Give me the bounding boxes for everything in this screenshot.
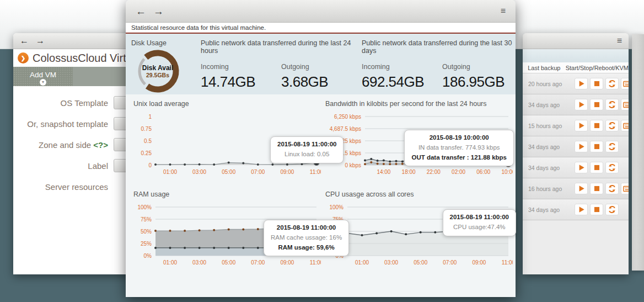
tooltip-line: OUT data transfer : 121.88 kbps [411, 153, 507, 163]
svg-text:0.5: 0.5 [144, 138, 152, 144]
reboot-button[interactable] [605, 162, 619, 173]
reboot-icon [608, 185, 616, 192]
table-row: 34 days ago [523, 94, 629, 115]
play-button[interactable] [575, 204, 588, 215]
back-icon[interactable]: ← [20, 36, 29, 45]
stop-button[interactable] [590, 204, 603, 215]
vm-list-window: ≡ Last backup Start/Stop/Reboot/KVM 20 h… [523, 33, 629, 274]
unix_load-tooltip: 2015-08-19 11:00:00Linux load: 0.05 [270, 136, 344, 163]
svg-text:01:00: 01:00 [163, 259, 177, 266]
last-backup-cell: 20 hours ago [523, 81, 575, 87]
incoming-30d-block: Incoming 692.54GB [362, 63, 442, 91]
forward-icon[interactable]: → [36, 36, 45, 45]
play-button[interactable] [575, 99, 588, 110]
chart-title: Bandwidth in kilobits per second for the… [325, 100, 514, 108]
incoming-30d-value: 692.54GB [362, 73, 442, 91]
menu-icon[interactable]: ≡ [617, 36, 622, 45]
stop-button[interactable] [590, 183, 603, 194]
kvm-button[interactable] [621, 183, 629, 194]
kvm-icon [623, 123, 629, 129]
svg-text:0 kbps: 0 kbps [345, 162, 361, 168]
tooltip-line: Linux load: 0.05 [277, 150, 336, 160]
svg-text:06:00: 06:00 [476, 169, 490, 175]
svg-text:11:00: 11:00 [502, 259, 513, 266]
svg-text:0.25: 0.25 [141, 150, 152, 156]
play-button[interactable] [575, 120, 588, 131]
svg-text:03:00: 03:00 [384, 259, 398, 266]
svg-text:03:00: 03:00 [192, 169, 206, 175]
stats-strip: Disk Usage Disk Avail 29.5GBs Public net… [126, 34, 516, 94]
add-vm-tab[interactable]: Add VM ▾ [13, 67, 73, 86]
reboot-button[interactable] [605, 120, 619, 131]
disk-donut-chart: Disk Avail 29.5GBs [135, 48, 181, 94]
svg-text:50%: 50% [141, 229, 152, 235]
svg-text:0%: 0% [144, 253, 152, 259]
reboot-button[interactable] [605, 78, 619, 89]
stop-button[interactable] [590, 141, 603, 152]
incoming-24h-block: Incoming 14.74GB [201, 63, 281, 91]
play-button[interactable] [575, 78, 588, 89]
stop-button[interactable] [590, 162, 603, 173]
svg-text:18:00: 18:00 [402, 169, 416, 175]
tooltip-line: 2015-08-19 10:00:00 [411, 133, 507, 143]
stop-button[interactable] [590, 99, 603, 110]
reboot-button[interactable] [605, 141, 619, 152]
vm-actions [575, 162, 619, 173]
net-30d-title: Public network data transferred during t… [362, 39, 523, 55]
stop-icon [593, 143, 600, 150]
vm-actions [575, 99, 629, 110]
play-button[interactable] [575, 183, 588, 194]
kvm-icon [623, 186, 629, 192]
stop-icon [593, 164, 600, 171]
reboot-button[interactable] [605, 183, 619, 194]
reboot-button[interactable] [605, 99, 619, 110]
charts-grid: Unix load average10.750.50.25001:0003:00… [126, 94, 516, 279]
ram-tooltip: 2015-08-19 11:00:00RAM cache ussage: 16%… [264, 220, 349, 256]
outgoing-24h-value: 3.68GB [281, 73, 362, 91]
menu-icon[interactable]: ≡ [501, 7, 506, 15]
chart-title: CPU usasge across all cores [325, 190, 514, 198]
svg-text:14:00: 14:00 [377, 169, 390, 175]
svg-text:01:00: 01:00 [163, 169, 177, 175]
outgoing-24h-block: Outgoing 3.68GB [281, 63, 362, 91]
status-bar: Statistical resource data for this virtu… [126, 23, 516, 34]
svg-text:05:00: 05:00 [222, 169, 235, 175]
net-24h-title: Public network data transferred during t… [201, 39, 362, 55]
chart-title: RAM usage [133, 190, 322, 198]
net-24h-section: Public network data transferred during t… [201, 34, 362, 94]
stop-button[interactable] [590, 78, 603, 89]
disk-donut-center: Disk Avail 29.5GBs [135, 48, 181, 94]
tooltip-line: RAM cache ussage: 16% [271, 233, 342, 243]
reboot-button[interactable] [605, 204, 619, 215]
svg-text:07:00: 07:00 [251, 169, 265, 175]
vm-actions [575, 204, 619, 215]
svg-text:10:00: 10:00 [501, 169, 513, 175]
ram-chart: RAM usage100%75%50%25%0%01:0003:0005:000… [130, 188, 322, 279]
svg-text:09:00: 09:00 [472, 259, 486, 266]
stop-icon [593, 101, 600, 108]
forward-icon[interactable]: → [153, 6, 164, 17]
table-row: 15 hours ago [523, 115, 629, 136]
field-label: OS Template [13, 98, 108, 108]
play-button[interactable] [575, 141, 588, 152]
play-button[interactable] [575, 162, 588, 173]
svg-text:05:00: 05:00 [222, 259, 235, 266]
help-hint[interactable]: <?> [91, 140, 108, 150]
right-window-strip [523, 49, 629, 62]
chevron-down-icon[interactable]: ▾ [40, 79, 46, 86]
reboot-icon [608, 101, 616, 108]
kvm-button[interactable] [621, 120, 629, 131]
tooltip-line: 2015-08-19 11:00:00 [450, 213, 509, 222]
tooltip-line: 2015-08-19 11:00:00 [277, 140, 336, 150]
add-vm-tab-label: Add VM [30, 71, 56, 79]
play-icon [578, 185, 585, 192]
last-backup-cell: 34 days ago [523, 165, 575, 171]
svg-text:25%: 25% [141, 241, 152, 247]
kvm-button[interactable] [621, 99, 629, 110]
svg-text:11:00: 11:00 [310, 259, 321, 266]
kvm-button[interactable] [621, 78, 629, 89]
stop-button[interactable] [590, 120, 603, 131]
cpu-chart: CPU usasge across all cores100%75%50%25%… [322, 188, 514, 279]
tooltip-line: 2015-08-19 11:00:00 [271, 223, 342, 233]
back-icon[interactable]: ← [136, 6, 146, 17]
